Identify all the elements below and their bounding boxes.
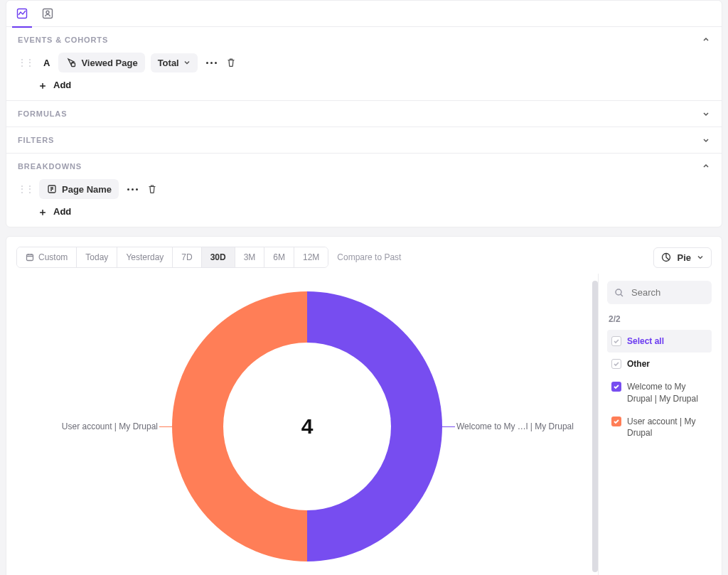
svg-point-7 [616,289,621,295]
donut-chart[interactable]: 4 [172,291,442,561]
section-filters-title: FILTERS [18,136,54,144]
query-builder-panel: EVENTS & COHORTS ⋮⋮ A Viewed Page Total [6,0,722,227]
event-add-label: Add [53,80,71,90]
range-6m[interactable]: 6M [264,247,294,267]
chart-area: User account | My Drupal 4 Welcome to My… [16,274,598,575]
lead-line-right [442,426,455,427]
event-delete-button[interactable] [225,57,237,68]
tab-users-icon[interactable] [41,6,55,21]
builder-tabs [6,1,722,26]
date-range-group: CustomTodayYesterday7D30D3M6M12M [16,247,328,268]
section-formulas-title: FORMULAS [18,109,67,118]
legend-item[interactable]: User account | My Drupal [607,410,712,444]
legend-search-input[interactable] [607,281,712,304]
legend-item-label: Welcome to My Drupal | My Drupal [627,381,707,404]
range-30d[interactable]: 30D [202,247,235,267]
calendar-icon [26,253,34,262]
legend-item[interactable]: Welcome to My Drupal | My Drupal [607,375,712,409]
range-custom[interactable]: Custom [17,247,77,267]
chevron-down-icon [702,136,710,144]
drag-handle-icon[interactable]: ⋮⋮ [18,58,33,67]
donut-center-value: 4 [301,414,314,439]
search-icon [614,288,624,298]
legend-item-label: User account | My Drupal [627,416,707,439]
chevron-down-icon [702,109,710,118]
plus-icon: ＋ [38,207,48,217]
tab-events-icon[interactable] [15,6,29,21]
checkbox-icon [611,382,621,392]
legend-search-field[interactable] [630,286,705,299]
range-3m[interactable]: 3M [235,247,265,267]
lead-line-left [159,426,172,427]
chevron-down-icon [697,254,704,261]
chart-panel: CustomTodayYesterday7D30D3M6M12M Compare… [6,236,722,575]
measure-chip[interactable]: Total [151,53,198,72]
chevron-up-icon [702,36,710,44]
section-formulas-header[interactable]: FORMULAS [6,101,722,127]
drag-handle-icon[interactable]: ⋮⋮ [18,185,33,193]
section-events-title: EVENTS & COHORTS [18,36,108,44]
chart-type-label: Pie [677,252,691,263]
checkbox-icon [611,336,621,346]
legend-select-all-label: Select all [627,335,664,347]
compare-to-past-button[interactable]: Compare to Past [337,252,401,262]
breakdown-row: ⋮⋮ Page Name [18,179,710,199]
section-breakdowns-title: BREAKDOWNS [18,162,82,171]
legend-panel: 2/2 Select all Other Welcome to My Drupa… [598,274,712,575]
chevron-down-icon [183,59,191,66]
slice-label-left: User account | My Drupal [62,421,158,431]
breakdown-add-button[interactable]: ＋ Add [38,206,710,217]
series-letter: A [43,58,50,68]
breakdown-delete-button[interactable] [146,183,158,195]
section-filters-header[interactable]: FILTERS [6,127,722,153]
legend-other-label: Other [627,358,650,370]
cursor-icon [65,57,77,68]
section-events: EVENTS & COHORTS ⋮⋮ A Viewed Page Total [6,26,722,100]
legend-count: 2/2 [609,314,710,324]
range-12m[interactable]: 12M [294,247,328,267]
section-breakdowns-header[interactable]: BREAKDOWNS [6,154,722,179]
breakdown-chip-label: Page Name [62,184,112,195]
chart-toolbar: CustomTodayYesterday7D30D3M6M12M Compare… [16,247,712,268]
range-7d[interactable]: 7D [173,247,201,267]
chart-type-select[interactable]: Pie [653,247,712,268]
range-yesterday[interactable]: Yesterday [117,247,173,267]
slice-label-right: Welcome to My …l | My Drupal [456,421,574,431]
event-add-button[interactable]: ＋ Add [38,80,710,90]
legend-other[interactable]: Other [607,353,712,375]
property-icon [46,183,58,195]
breakdown-chip[interactable]: Page Name [39,179,119,199]
plus-icon: ＋ [38,80,48,90]
section-formulas: FORMULAS [6,100,722,127]
chevron-up-icon [702,162,710,171]
section-breakdowns: BREAKDOWNS ⋮⋮ Page Name ＋ [6,153,722,227]
checkbox-icon [611,417,621,426]
breakdown-more-button[interactable] [124,186,141,193]
chart-scrollbar[interactable] [592,281,598,572]
legend-select-all[interactable]: Select all [607,330,712,353]
measure-chip-label: Total [158,58,179,68]
event-chip[interactable]: Viewed Page [58,53,144,72]
section-filters: FILTERS [6,127,722,153]
range-today[interactable]: Today [77,247,117,267]
breakdown-add-label: Add [53,206,71,217]
pie-icon [661,252,671,262]
event-row-a: ⋮⋮ A Viewed Page Total [18,53,710,72]
svg-point-2 [46,11,49,14]
checkbox-icon [611,359,621,369]
svg-rect-5 [27,254,33,261]
event-chip-label: Viewed Page [81,58,137,68]
event-more-button[interactable] [203,59,220,67]
section-events-header[interactable]: EVENTS & COHORTS [6,27,722,53]
